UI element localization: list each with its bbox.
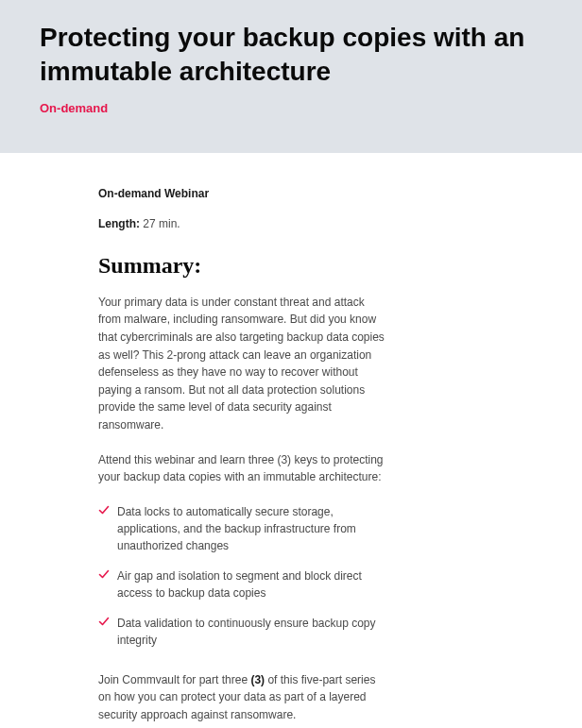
hero-tag: On-demand <box>40 101 542 115</box>
check-icon <box>98 504 110 516</box>
closing-prefix: Join Commvault for part three <box>98 673 250 686</box>
closing-para: Join Commvault for part three (3) of thi… <box>98 671 385 724</box>
check-icon <box>98 568 110 580</box>
content-region: On-demand Webinar Length: 27 min. Summar… <box>0 153 425 728</box>
summary-para-2: Attend this webinar and learn three (3) … <box>98 451 385 486</box>
page-title: Protecting your backup copies with an im… <box>40 21 542 90</box>
length-row: Length: 27 min. <box>98 217 385 230</box>
list-item-text: Air gap and isolation to segment and blo… <box>117 569 362 600</box>
check-icon <box>98 616 110 627</box>
webinar-type-label: On-demand Webinar <box>98 187 385 200</box>
list-item-text: Data validation to continuously ensure b… <box>117 617 376 647</box>
hero-banner: Protecting your backup copies with an im… <box>0 0 582 153</box>
list-item-text: Data locks to automatically secure stora… <box>117 505 356 552</box>
summary-heading: Summary: <box>98 253 385 279</box>
closing-bold: (3) <box>250 673 265 686</box>
summary-para-1: Your primary data is under constant thre… <box>98 294 385 434</box>
key-points-list: Data locks to automatically secure stora… <box>98 503 385 649</box>
list-item: Air gap and isolation to segment and blo… <box>98 567 385 601</box>
length-value: 27 min. <box>140 217 180 230</box>
list-item: Data locks to automatically secure stora… <box>98 503 385 554</box>
length-label: Length: <box>98 217 140 230</box>
list-item: Data validation to continuously ensure b… <box>98 615 385 649</box>
